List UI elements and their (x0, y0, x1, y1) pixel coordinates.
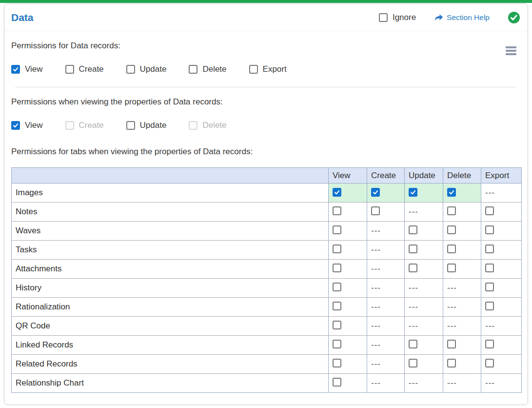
related-records-update-checkbox[interactable] (409, 359, 417, 367)
related-records-delete-checkbox[interactable] (447, 359, 456, 367)
notes-export-checkbox[interactable] (485, 206, 494, 215)
permission-delete-checkbox (189, 121, 197, 130)
attachments-create-cell: --- (367, 260, 405, 279)
table-row-history: History--------- (12, 279, 522, 298)
rationalization-view-checkbox[interactable] (333, 302, 341, 310)
tasks-update-checkbox[interactable] (409, 245, 417, 253)
permission-create-label: Create (79, 64, 104, 74)
not-applicable-marker: --- (371, 321, 381, 330)
attachments-update-checkbox[interactable] (409, 264, 417, 272)
related-records-export-checkbox[interactable] (485, 359, 494, 367)
images-delete-checkbox[interactable] (447, 188, 456, 197)
not-applicable-marker: --- (371, 283, 381, 292)
permission-view-checkbox[interactable] (11, 65, 20, 74)
permission-delete-item[interactable]: Delete (189, 64, 226, 74)
row-label: QR Code (12, 317, 329, 336)
section-divider (15, 87, 517, 87)
permission-view-item[interactable]: View (11, 64, 43, 74)
linked-records-update-checkbox[interactable] (409, 340, 417, 348)
linked-records-view-checkbox[interactable] (333, 340, 341, 348)
row-label: History (12, 279, 329, 298)
permission-view-checkbox[interactable] (11, 121, 20, 130)
notes-delete-checkbox[interactable] (447, 206, 456, 215)
records-permissions-row: ViewCreateUpdateDeleteExport (11, 64, 521, 74)
tasks-view-checkbox[interactable] (333, 245, 341, 253)
not-applicable-marker: --- (485, 378, 495, 388)
tasks-delete-cell (443, 241, 481, 260)
waves-delete-cell (443, 222, 481, 241)
images-create-checkbox[interactable] (371, 188, 380, 197)
section-complete-icon (508, 12, 520, 23)
waves-view-cell (329, 222, 367, 241)
permission-delete-checkbox[interactable] (189, 65, 197, 74)
linked-records-delete-checkbox[interactable] (447, 340, 456, 348)
notes-view-cell (329, 203, 367, 222)
history-delete-cell: --- (443, 279, 481, 298)
permission-export-item[interactable]: Export (249, 64, 287, 74)
permission-create-checkbox[interactable] (65, 65, 74, 74)
permission-update-checkbox[interactable] (126, 65, 135, 74)
tasks-export-checkbox[interactable] (485, 245, 494, 253)
history-view-cell (329, 279, 367, 298)
section-header: Data Ignore Section Help (4, 4, 528, 31)
linked-records-export-checkbox[interactable] (485, 340, 494, 348)
related-records-update-cell (405, 355, 443, 374)
ignore-checkbox-group[interactable]: Ignore (379, 13, 416, 22)
row-label: Notes (12, 203, 329, 222)
row-label: Relationship Chart (12, 374, 329, 393)
permission-update-checkbox[interactable] (126, 121, 135, 130)
not-applicable-marker: --- (371, 264, 381, 273)
qr-code-view-checkbox[interactable] (333, 321, 341, 329)
rationalization-export-checkbox[interactable] (485, 302, 494, 310)
permission-create-checkbox (65, 121, 74, 130)
history-view-checkbox[interactable] (333, 283, 341, 291)
permission-create-item[interactable]: Create (65, 64, 104, 74)
waves-export-checkbox[interactable] (485, 225, 494, 234)
table-row-related-records: Related Records--- (12, 355, 522, 374)
section-help-link[interactable]: Section Help (434, 13, 490, 22)
related-records-delete-cell (443, 355, 481, 374)
waves-delete-checkbox[interactable] (447, 225, 456, 234)
images-view-checkbox[interactable] (333, 188, 341, 197)
permissions-table: ViewCreateUpdateDeleteExport Images---No… (11, 167, 522, 393)
attachments-delete-checkbox[interactable] (447, 264, 456, 272)
history-export-checkbox[interactable] (485, 283, 494, 291)
col-header-delete: Delete (443, 168, 481, 184)
not-applicable-marker: --- (485, 188, 495, 197)
qr-code-create-cell: --- (367, 317, 405, 336)
attachments-view-checkbox[interactable] (333, 264, 341, 272)
table-row-relationship-chart: Relationship Chart------------ (12, 374, 522, 393)
not-applicable-marker: --- (447, 283, 457, 292)
table-row-rationalization: Rationalization--------- (12, 298, 522, 317)
permission-create-item: Create (65, 121, 104, 130)
images-update-checkbox[interactable] (409, 188, 417, 197)
table-row-notes: Notes--- (12, 203, 522, 222)
not-applicable-marker: --- (447, 378, 457, 388)
table-row-attachments: Attachments--- (12, 260, 522, 279)
waves-view-checkbox[interactable] (333, 225, 341, 234)
images-create-cell (367, 184, 405, 203)
permission-update-item[interactable]: Update (126, 64, 167, 74)
linked-records-update-cell (405, 336, 443, 355)
not-applicable-marker: --- (485, 321, 495, 330)
permission-view-item[interactable]: View (11, 121, 43, 130)
relationship-chart-view-checkbox[interactable] (333, 378, 341, 387)
permission-export-checkbox[interactable] (249, 65, 258, 74)
linked-records-export-cell (481, 336, 522, 355)
row-label: Rationalization (12, 298, 329, 317)
ignore-checkbox[interactable] (379, 13, 388, 22)
tasks-view-cell (329, 241, 367, 260)
permission-create-label: Create (79, 121, 104, 130)
permission-update-item[interactable]: Update (126, 121, 167, 130)
attachments-export-checkbox[interactable] (485, 264, 494, 272)
table-row-waves: Waves--- (12, 222, 522, 241)
related-records-export-cell (481, 355, 522, 374)
waves-update-checkbox[interactable] (409, 225, 417, 234)
tasks-delete-checkbox[interactable] (447, 245, 456, 253)
menu-icon[interactable] (506, 46, 516, 57)
row-label: Linked Records (12, 336, 329, 355)
notes-view-checkbox[interactable] (333, 206, 341, 215)
related-records-view-checkbox[interactable] (333, 359, 341, 367)
rationalization-delete-cell: --- (443, 298, 481, 317)
notes-create-checkbox[interactable] (371, 206, 380, 215)
